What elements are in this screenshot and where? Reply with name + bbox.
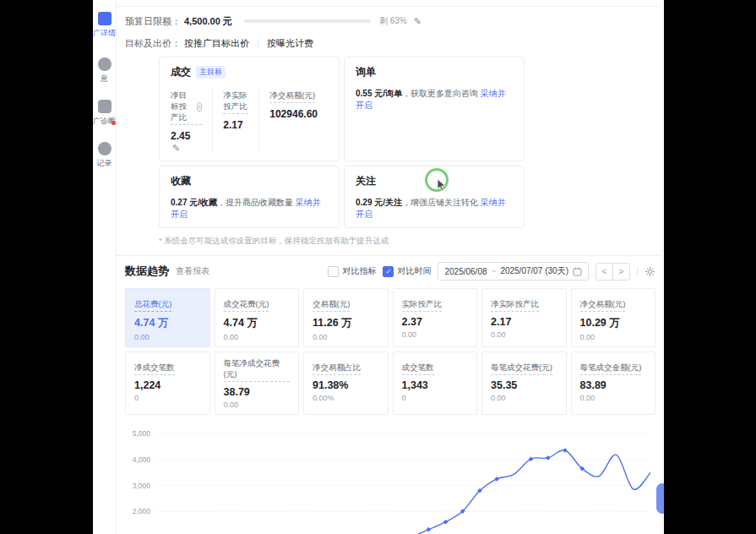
- card-favorite: 收藏 0.27 元/收藏，提升商品收藏数量 采纳并开启: [159, 166, 340, 228]
- metric-value: 2.17: [223, 119, 248, 131]
- sidebar-item-diagnose[interactable]: 广诊断: [93, 100, 116, 127]
- metric-sub-value: 0.00: [580, 333, 647, 341]
- metric-value: 35.35: [491, 379, 557, 391]
- trend-header: 数据趋势 查看报表 对比指标 对比时间 2025/06/08 ~ 2025/07…: [125, 256, 655, 286]
- suggestion-price: 0.29 元/关注: [356, 198, 402, 207]
- deal-metric-target-roi: 净目标投产比 2.45 ✎: [171, 86, 212, 154]
- suggestion-price: 0.27 元/收藏: [171, 198, 217, 207]
- metric-sub-value: 0.00: [491, 394, 557, 402]
- calendar-icon: [573, 267, 582, 276]
- metric-sub-value: 0.00: [224, 333, 291, 341]
- goal-bid-row: 目标及出价： 按推广目标出价 按曝光计费: [125, 34, 655, 52]
- metric-value: 1,343: [402, 379, 469, 391]
- metric-sub-value: 0.00: [313, 333, 379, 341]
- metric-label: 净实际投产比: [223, 90, 248, 114]
- promotion-detail-icon: [98, 12, 111, 25]
- svg-text:2,000: 2,000: [133, 507, 151, 515]
- scrollbar-track[interactable]: [661, 0, 664, 534]
- edit-budget-icon[interactable]: ✎: [414, 16, 422, 27]
- svg-text:4,000: 4,000: [133, 455, 151, 464]
- compare-time-checkbox[interactable]: 对比时间: [383, 265, 431, 277]
- metric-label: 净交易额占比: [313, 362, 361, 375]
- metric-tile-actual-roi[interactable]: 实际投产比2.370.00: [393, 288, 478, 347]
- metric-label: 净成交笔数: [134, 362, 175, 375]
- deal-metric-actual-roi: 净实际投产比 2.17: [212, 86, 258, 154]
- sidebar-item-promotion-detail[interactable]: 广详情: [93, 12, 116, 39]
- app-window: 广详情 息 广诊断 记录 预算日限额： 4,500.00 元 剩 63% ✎ 目…: [93, 0, 664, 534]
- pin-icon: [98, 57, 111, 71]
- metric-label: 交易额(元): [313, 299, 350, 312]
- metric-label: 成交花费(元): [224, 299, 269, 312]
- date-start: 2025/06/08: [444, 267, 487, 276]
- metric-tiles: 总花费(元)4.74 万0.00 成交花费(元)4.74 万0.00 交易额(元…: [125, 288, 655, 415]
- metric-sub-value: 0.00: [491, 330, 557, 339]
- metric-tile-net-actual-roi[interactable]: 净实际投产比2.170.00: [481, 288, 567, 347]
- metric-tile-net-orders[interactable]: 净成交笔数1,2240: [125, 351, 210, 415]
- main-content: 预算日限额： 4,500.00 元 剩 63% ✎ 目标及出价： 按推广目标出价…: [117, 0, 664, 534]
- metric-label: 净实际投产比: [491, 299, 539, 312]
- budget-row: 预算日限额： 4,500.00 元 剩 63% ✎: [125, 8, 655, 34]
- tab-separator: [258, 39, 258, 47]
- sidebar-item-label: 广详情: [93, 28, 116, 39]
- left-rail: 广详情 息 广诊断 记录: [93, 0, 117, 534]
- metric-tile-gmv[interactable]: 交易额(元)11.26 万0.00: [303, 288, 389, 347]
- trend-title: 数据趋势: [125, 264, 169, 279]
- sidebar-item-label: 记录: [97, 158, 112, 169]
- gear-icon[interactable]: [645, 266, 655, 277]
- goal-cards-area: 成交 主目标 净目标投产比 2.45 ✎ 净实际投产比 2.17: [159, 57, 655, 247]
- card-favorite-title: 收藏: [171, 174, 191, 188]
- checkbox-icon[interactable]: [383, 266, 394, 277]
- metric-value: 102946.60: [269, 108, 318, 120]
- trend-chart: 01,0002,0003,0004,0005,0002025/07/082025…: [125, 427, 655, 534]
- metric-tile-total-cost[interactable]: 总花费(元)4.74 万0.00: [125, 288, 210, 347]
- metric-tile-cost-per-order[interactable]: 每笔成交花费(元)35.350.00: [481, 351, 567, 415]
- click-highlight-ring: [425, 168, 449, 192]
- metric-label: 每笔净成交花费(元): [224, 358, 291, 382]
- date-range-picker[interactable]: 2025/06/08 ~ 2025/07/07 (30天): [438, 262, 589, 281]
- budget-progress-bar: [244, 19, 371, 23]
- metric-label: 净目标投产比: [171, 90, 194, 123]
- tab-bid-by-goal[interactable]: 按推广目标出价: [184, 37, 249, 50]
- goal-footnote: * 系统会尽可能达成你设置的目标，保持稳定投放有助于提升达成: [159, 236, 655, 247]
- mouse-cursor-icon: [437, 179, 447, 191]
- metric-value: 11.26 万: [313, 316, 379, 330]
- metric-sub-value: 0: [402, 394, 469, 402]
- metric-label: 每笔成交花费(元): [491, 362, 552, 375]
- metric-tile-deal-cost[interactable]: 成交花费(元)4.74 万0.00: [215, 288, 300, 347]
- budget-remaining: 剩 63%: [379, 15, 407, 27]
- suggestion-price: 0.55 元/询单: [356, 89, 402, 98]
- metric-sub-value: 0: [134, 394, 201, 402]
- notification-dot: [111, 121, 116, 125]
- info-icon[interactable]: [197, 102, 202, 112]
- feedback-button[interactable]: [656, 483, 664, 514]
- metric-sub-value: 0.00: [402, 330, 469, 339]
- compare-metric-checkbox[interactable]: 对比指标: [328, 265, 376, 277]
- suggestion-desc: ，增强店铺关注转化: [402, 198, 481, 207]
- header-divider: [117, 0, 664, 7]
- metric-sub-value: 0.00: [224, 400, 291, 409]
- metric-value: 2.45: [171, 130, 190, 142]
- camera-icon: [98, 100, 111, 113]
- metric-sub-value: 0.00: [580, 394, 647, 402]
- checkbox-icon[interactable]: [328, 266, 339, 277]
- next-period-button[interactable]: >: [612, 264, 629, 280]
- metric-tile-amount-per-order[interactable]: 每笔成交金额(元)83.890.00: [571, 351, 656, 415]
- metric-tile-cost-per-net-order[interactable]: 每笔净成交花费(元)38.790.00: [215, 351, 300, 415]
- card-deal: 成交 主目标 净目标投产比 2.45 ✎ 净实际投产比 2.17: [159, 57, 340, 161]
- edit-roi-icon[interactable]: ✎: [172, 143, 180, 153]
- metric-tile-net-gmv-ratio[interactable]: 净交易额占比91.38%0.00%: [303, 351, 389, 415]
- metric-value: 2.37: [402, 316, 469, 328]
- metric-tile-net-gmv[interactable]: 净交易额(元)10.29 万0.00: [571, 288, 656, 347]
- sidebar-item-info[interactable]: 息: [93, 57, 116, 84]
- view-report-link[interactable]: 查看报表: [176, 265, 209, 277]
- tab-bid-by-exposure[interactable]: 按曝光计费: [267, 37, 313, 50]
- metric-tile-orders[interactable]: 成交笔数1,3430: [393, 351, 478, 415]
- sidebar-item-label: 息: [101, 74, 108, 84]
- checkbox-label: 对比时间: [397, 265, 431, 277]
- prev-period-button[interactable]: <: [596, 264, 612, 280]
- sidebar-item-records[interactable]: 记录: [93, 142, 116, 169]
- svg-text:5,000: 5,000: [133, 429, 151, 438]
- deal-metric-net-gmv: 净交易额(元) 102946.60: [258, 86, 328, 154]
- budget-label: 预算日限额：: [125, 15, 181, 28]
- metric-value: 4.74 万: [224, 316, 291, 330]
